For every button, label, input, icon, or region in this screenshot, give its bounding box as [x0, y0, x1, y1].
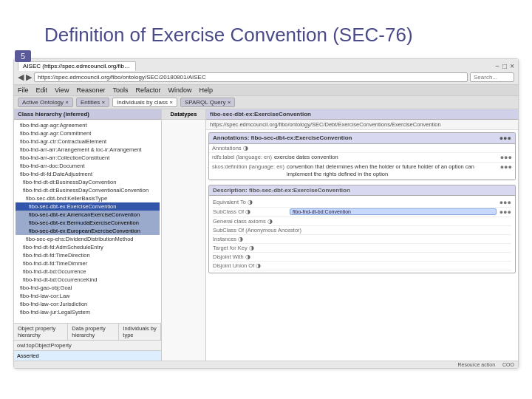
bp-tab-individuals[interactable]: Individuals by type — [119, 324, 161, 340]
tree-item[interactable]: fibo-fnd-dt-fd:TimeDirection — [16, 251, 160, 259]
annotation-row-2: skos:definition (language: en) conventio… — [209, 163, 515, 180]
tree-item[interactable]: fibo-fnd-arr-arr:CollectionConstituent — [16, 154, 160, 162]
desc-row-target-key: Target for Key ◑ — [213, 244, 511, 253]
tree-item[interactable]: fibo-fnd-dt-fd:AdmScheduleEntry — [16, 243, 160, 251]
annotation-row-1: rdfs:label (language: en) exercise dates… — [209, 153, 515, 163]
minimize-btn[interactable]: − — [495, 62, 499, 70]
ann-label-1: rdfs:label (language: en) — [212, 154, 272, 160]
search-box[interactable] — [470, 72, 514, 82]
annotation-row-0: Annotations ◑ — [209, 144, 515, 153]
forward-btn[interactable]: ▶ — [26, 72, 32, 82]
bp-content: owl:topObjectProperty — [14, 341, 161, 350]
tree-item[interactable]: fibo-fnd-agr-agr:Agreement — [16, 121, 160, 129]
tree-item[interactable]: fibo-fnd-law-cor:Jurisdiction — [16, 300, 160, 308]
disjoint-label: Disjoint With ◑ — [213, 253, 287, 260]
tree-item-selected[interactable]: fibo-sec-dbt-ex:ExerciseConvention — [16, 202, 160, 211]
tree-item[interactable]: fibo-fnd-dt-fd:TimeDimmer — [16, 259, 160, 267]
description-section: Description: fibo-sec-dbt-ex:ExerciseCon… — [208, 185, 516, 273]
toolbar-tabs: Active Ontology × Entities × Individuals… — [14, 96, 518, 109]
datatypes-list — [162, 120, 205, 361]
menu-help[interactable]: Help — [199, 86, 213, 94]
desc-row-disjoint-union: Disjoint Union Of ◑ — [213, 262, 511, 270]
back-btn[interactable]: ◀ — [18, 72, 24, 82]
tree-item[interactable]: fibo-fnd-arr-arr:Arrangement & loc-ir:Ar… — [16, 146, 160, 154]
slide-number: 5 — [15, 50, 31, 62]
browser-chrome: AISEC (https://spec.edmcouncil.org/fibo/… — [14, 59, 518, 85]
browser-footer: Resource action COO — [14, 361, 518, 368]
bottom-panel: Object property hierarchy Data property … — [14, 323, 161, 361]
class-hierarchy-header: Class hierarchy (inferred) — [14, 109, 161, 120]
tab-sparql-query[interactable]: SPARQL Query × — [180, 98, 235, 107]
browser-window: AISEC (https://spec.edmcouncil.org/fibo/… — [13, 58, 519, 369]
menu-tools[interactable]: Tools — [112, 86, 128, 94]
tree-item[interactable]: fibo-fnd-dt-dt:BusinessDayConventionalCo… — [16, 186, 160, 194]
subclass-of-value: fibo-fnd-dt-bd:Convention — [290, 208, 497, 215]
tree-item[interactable]: fibo-sec-dbt-bnd:KellerBasisType — [16, 194, 160, 202]
tree-item[interactable]: fibo-fnd-dt-bd:OccurrenceKind — [16, 276, 160, 284]
asserted-label: Asserted — [17, 352, 39, 359]
asserted-section: Asserted — [14, 350, 161, 361]
desc-row-instances: Instances ◑ — [213, 235, 511, 244]
tree-item[interactable]: fibo-fnd-law-cor:Law — [16, 292, 160, 300]
desc-row-general: General class axioms ◑ — [213, 217, 511, 226]
desc-row-subclass-anon: SubClass Of (Anonymous Ancestor) — [213, 226, 511, 235]
tree-item[interactable]: fibo-fnd-agr-ctr:ContractualElement — [16, 137, 160, 146]
ann-label-0: Annotations ◑ — [212, 145, 264, 151]
equivalent-to-icons: ●●● — [499, 199, 511, 206]
disjoint-union-label: Disjoint Union Of ◑ — [213, 262, 287, 269]
menu-window[interactable]: Window — [168, 86, 191, 94]
annotations-title: Annotations: fibo-sec-dbt-ex:ExerciseCon… — [213, 134, 352, 142]
ann-value-2: convention that determines when the hold… — [287, 163, 498, 178]
description-header: Description: fibo-sec-dbt-ex:ExerciseCon… — [209, 185, 515, 196]
datatypes-header: Datatypes — [162, 109, 205, 120]
desc-row-subclass: SubClass Of ◑ fibo-fnd-dt-bd:Convention … — [213, 208, 511, 217]
equivalent-to-label: Equivalent To ◑ — [213, 199, 287, 205]
close-btn[interactable]: × — [510, 62, 514, 70]
target-key-label: Target for Key ◑ — [213, 245, 287, 251]
app-menu: File Edit View Reasoner Tools Refactor W… — [14, 85, 518, 96]
subclass-of-label: SubClass Of ◑ — [213, 208, 287, 215]
address-bar[interactable] — [34, 72, 468, 82]
maximize-btn[interactable]: □ — [502, 62, 507, 70]
ann-icons-1: ●●● — [500, 154, 512, 161]
menu-edit[interactable]: Edit — [36, 86, 48, 94]
annotations-icons: ●●● — [499, 134, 511, 142]
tree-item[interactable]: fibo-sec-ep-ehs:DividendDistributionMeth… — [16, 235, 160, 243]
tree-item[interactable]: fibo-fnd-law-jur:LegalSystem — [16, 308, 160, 316]
page-title: Definition of Exercise Convention (SEC-7… — [22, 10, 510, 54]
ann-value-1: exercise dates convention — [274, 154, 498, 160]
browser-tab-active[interactable]: AISEC (https://spec.edmcouncil.org/fibo/… — [18, 61, 136, 71]
tree-container: fibo-fnd-agr-agr:Agreement fibo-fnd-agr-… — [14, 120, 161, 323]
tree-item[interactable]: fibo-fnd-arr-doc:Document — [16, 162, 160, 170]
instances-label: Instances ◑ — [213, 236, 287, 242]
menu-reasoner[interactable]: Reasoner — [76, 86, 105, 94]
tree-item[interactable]: fibo-fnd-dt-dt:BusinessDayConvention — [16, 178, 160, 186]
tree-item[interactable]: fibo-fnd-dt-fd:DateAdjustment — [16, 170, 160, 178]
desc-row-equivalent: Equivalent To ◑ ●●● — [213, 198, 511, 208]
general-class-label: General class axioms ◑ — [213, 218, 287, 225]
ann-label-2: skos:definition (language: en) — [212, 163, 284, 170]
right-breadcrumb: https://spec.edmcouncil.org/fibo/ontolog… — [206, 120, 518, 130]
menu-view[interactable]: View — [55, 86, 69, 94]
tree-item[interactable]: fibo-sec-dbt-ex:AmericanExerciseConventi… — [16, 211, 160, 219]
tree-item[interactable]: fibo-fnd-dt-bd:Occurrence — [16, 267, 160, 276]
right-panel: fibo-sec-dbt-ex:ExerciseConvention https… — [206, 109, 518, 361]
tab-entities[interactable]: Entities × — [76, 98, 109, 107]
annotations-header: Annotations: fibo-sec-dbt-ex:ExerciseCon… — [209, 133, 515, 144]
tree-item[interactable]: fibo-sec-dbt-ex:EuropeanExerciseConventi… — [16, 227, 160, 235]
menu-refactor[interactable]: Refactor — [135, 86, 160, 94]
browser-tabs: AISEC (https://spec.edmcouncil.org/fibo/… — [18, 61, 514, 71]
tree-item[interactable]: fibo-sec-dbt-ex:BermudaExerciseConventio… — [16, 219, 160, 227]
bottom-panel-tabs: Object property hierarchy Data property … — [14, 324, 161, 341]
tab-active-ontology[interactable]: Active Ontology × — [18, 98, 73, 107]
right-panel-header: fibo-sec-dbt-ex:ExerciseConvention — [206, 109, 518, 120]
ann-icons-2: ●●● — [500, 163, 512, 171]
bp-tab-object[interactable]: Object property hierarchy — [14, 324, 68, 340]
tree-item[interactable]: fibo-fnd-agr-agr:Commitment — [16, 129, 160, 137]
menu-file[interactable]: File — [18, 86, 29, 94]
tree-item[interactable]: fibo-fnd-gao-obj:Goal — [16, 284, 160, 292]
bp-tab-data[interactable]: Data property hierarchy — [68, 324, 119, 340]
footer-resource-action: Resource action — [457, 362, 495, 367]
browser-controls: ◀ ▶ — [18, 72, 514, 82]
tab-individuals-by-class[interactable]: Individuals by class × — [112, 98, 177, 107]
